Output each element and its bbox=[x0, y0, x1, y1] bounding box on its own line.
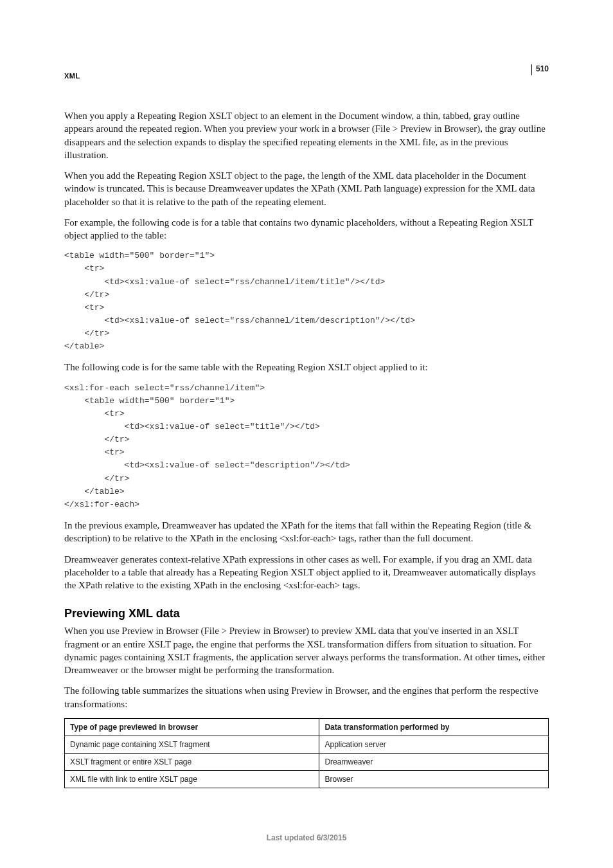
table-header-row: Type of page previewed in browser Data t… bbox=[65, 718, 549, 736]
section-heading: Previewing XML data bbox=[64, 607, 549, 620]
table-row: Dynamic page containing XSLT fragment Ap… bbox=[65, 736, 549, 753]
table-row: XML file with link to entire XSLT page B… bbox=[65, 770, 549, 788]
table-cell: Application server bbox=[319, 736, 549, 753]
body-paragraph: The following code is for the same table… bbox=[64, 361, 549, 374]
body-paragraph: For example, the following code is for a… bbox=[64, 216, 549, 242]
table-header-cell: Data transformation performed by bbox=[319, 718, 549, 736]
body-paragraph: The following table summarizes the situa… bbox=[64, 684, 549, 710]
code-block: <xsl:for-each select="rss/channel/item">… bbox=[64, 382, 549, 511]
page-number: 510 bbox=[531, 64, 549, 75]
body-paragraph: In the previous example, Dreamweaver has… bbox=[64, 519, 549, 545]
body-paragraph: When you add the Repeating Region XSLT o… bbox=[64, 169, 549, 208]
page-container: XML 510 When you apply a Repeating Regio… bbox=[0, 0, 613, 868]
transformation-table: Type of page previewed in browser Data t… bbox=[64, 718, 549, 788]
body-paragraph: When you use Preview in Browser (File > … bbox=[64, 624, 549, 676]
table-cell: Dreamweaver bbox=[319, 753, 549, 770]
body-paragraph: Dreamweaver generates context-relative X… bbox=[64, 553, 549, 592]
main-content: When you apply a Repeating Region XSLT o… bbox=[64, 109, 549, 788]
footer-last-updated: Last updated 6/3/2015 bbox=[0, 833, 613, 842]
table-cell: Dynamic page containing XSLT fragment bbox=[65, 736, 319, 753]
table-cell: Browser bbox=[319, 770, 549, 788]
body-paragraph: When you apply a Repeating Region XSLT o… bbox=[64, 109, 549, 161]
table-cell: XML file with link to entire XSLT page bbox=[65, 770, 319, 788]
table-header-cell: Type of page previewed in browser bbox=[65, 718, 319, 736]
table-cell: XSLT fragment or entire XSLT page bbox=[65, 753, 319, 770]
section-label: XML bbox=[64, 72, 80, 80]
table-row: XSLT fragment or entire XSLT page Dreamw… bbox=[65, 753, 549, 770]
code-block: <table width="500" border="1"> <tr> <td>… bbox=[64, 249, 549, 353]
